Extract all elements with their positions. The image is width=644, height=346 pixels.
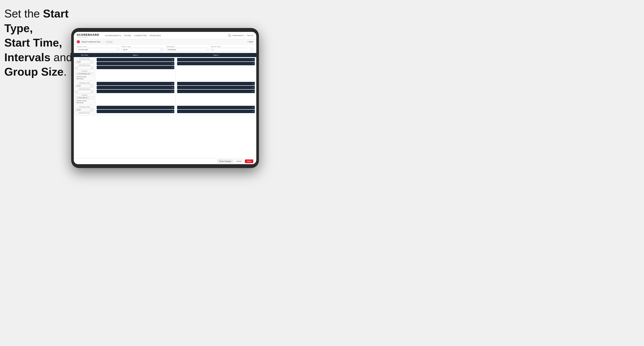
player-expand-icon-2-1[interactable]: ⊕ [253,59,254,61]
player-expand-icon-4-1[interactable]: ⊕ [253,83,254,84]
tee-time-col-2: STARTING TIME: 10:10 🕙 STARTING HOLE: 1 … [74,81,95,105]
sign-out-link[interactable]: Sign out [247,34,253,36]
start-type-label: Start Type [77,46,119,47]
player-expand-icon-5-2[interactable]: ⊕ [172,111,174,112]
player-expand-icon-1-1[interactable]: ⊕ [172,59,174,61]
start-time-group: Start Time 10:00 🕙 [122,46,164,51]
nav-separator: | [245,34,246,37]
player-row-4-1: ✕ ⊕ [177,82,255,85]
nav-right: blair@clippd.io | Sign out [228,34,253,37]
tee-time-col-1: STARTING TIME: 10:00 🕙 STARTING HOLE: 1 … [74,57,95,81]
group-size-label: Group Size [211,46,253,47]
remove-icon-2: ○ [76,100,76,101]
player-row-5-1: ✕ ⊕ [97,106,174,109]
tee-time-col-3: STARTING TIME: 10:20 🕙 STARTING HOLE: [74,105,95,116]
course-label-2: COURSE: [76,94,94,96]
back-link[interactable]: < Back [247,41,253,43]
player-row-3-1: ✕ ⊕ [97,82,174,85]
table-body: STARTING TIME: 10:00 🕙 STARTING HOLE: 1 … [74,57,256,158]
player-row-3-3: ✕ ⊕ [97,90,174,93]
player-expand-icon-2-2[interactable]: ⊕ [253,63,254,64]
hole-select-2[interactable]: 1 ▾ [76,90,94,94]
player-row-1-1: ✕ ⊕ [97,58,174,61]
player-row-2-1: ✕ ⊕ [177,58,255,61]
instruction-bold2: Group Size [4,65,64,78]
logo-sub: Powered by clipp'd [77,36,99,38]
course-remove-1[interactable]: ✕ [90,73,92,75]
user-email: blair@clippd.io [232,34,244,36]
hole-arrow-icon-1: ▾ [92,67,92,69]
intervals-group: Intervals 10 Minutes ▾ [166,46,209,51]
player-expand-icon-5-1[interactable]: ⊕ [172,107,174,108]
hole-select-1[interactable]: 1 ▾ [76,66,94,70]
group-actions-1: ○ Remove Group + Add Group [76,76,94,79]
cancel-button[interactable]: Cancel [234,160,244,163]
course-remove-2[interactable]: ✕ [88,97,89,98]
header-team2: Team 2 [176,53,256,57]
start-time-clock-icon: 🕙 [160,49,162,51]
player-expand-icon-4-2[interactable]: ⊕ [253,87,254,88]
player-row-1-2: ✕ ⊕ [97,62,174,65]
nav-rankings[interactable]: RANKINGS [150,34,161,37]
bottom-bar: Reset Changes Cancel Save [74,158,256,164]
start-time-select[interactable]: 10:00 🕙 [122,48,164,51]
start-time-value: 10:00 [123,49,127,51]
starting-time-input-1[interactable]: 10:00 🕙 [76,60,94,64]
group-size-select[interactable]: 3 ▾ [211,48,253,51]
breadcrumb-left: C Clippd Invitational (Mo... | Hosting [77,40,114,43]
group-size-arrow-icon: ▾ [251,49,252,51]
player-expand-icon-3-3[interactable]: ⊕ [172,91,174,92]
group-row-1: STARTING TIME: 10:00 🕙 STARTING HOLE: 1 … [74,57,256,81]
group-row-3: STARTING TIME: 10:20 🕙 STARTING HOLE: ✕ … [74,105,256,116]
start-type-select[interactable]: 1st Tee Start ▾ [77,48,119,51]
starting-time-input-3[interactable]: 10:20 🕙 [76,108,94,111]
table-header: Tee Time Team 1 Team 2 [74,53,256,57]
settings-row: Start Type 1st Tee Start ▾ Start Time 10… [74,45,256,53]
course-icon-2: 🏌 [76,97,78,98]
breadcrumb-bar: C Clippd Invitational (Mo... | Hosting <… [74,39,256,45]
course-tag-1: 🏌 (A) Peachtree GC ✕ [76,72,94,75]
start-type-value: 1st Tee Start [78,49,88,51]
time-icon-2: 🕙 [90,85,92,87]
top-nav: SCOREBOARD Powered by clipp'd TOURNAMENT… [74,32,256,39]
player-row-4-2: ✕ ⊕ [177,86,255,89]
nav-teams[interactable]: TEAMS [124,34,132,37]
logo-text: SCOREBOARD [77,33,99,36]
remove-group-btn-1[interactable]: ○ Remove Group [76,76,94,78]
player-expand-icon-4-3[interactable]: ⊕ [253,91,254,92]
remove-group-btn-2[interactable]: ○ Remove Group [76,100,94,101]
starting-hole-label-1: STARTING HOLE: [76,64,94,66]
start-time-label: Start Time [122,46,164,47]
save-button[interactable]: Save [245,160,253,163]
starting-time-label-3: STARTING TIME: [76,106,94,108]
player-row-2-2: ✕ ⊕ [177,62,255,65]
intervals-arrow-icon: ▾ [206,49,207,51]
player-expand-icon-3-2[interactable]: ⊕ [172,87,174,88]
nav-tournaments[interactable]: TOURNAMENTS [105,34,121,37]
header-team1: Team 1 [95,53,176,57]
player-row-1-3: ✕ ⊕ [97,66,174,69]
start-type-group: Start Type 1st Tee Start ▾ [77,46,119,51]
instruction-text: Set the Start Type,Start Time,Intervals … [4,6,73,79]
intervals-select[interactable]: 10 Minutes ▾ [166,48,209,51]
logo-area: SCOREBOARD Powered by clipp'd [77,33,99,38]
breadcrumb-separator: | [103,41,104,43]
player-expand-icon-6-2[interactable]: ⊕ [253,111,254,112]
time-icon-3: 🕙 [90,109,92,111]
add-group-btn-2[interactable]: + Add Group [76,102,94,103]
starting-time-input-2[interactable]: 10:10 🕙 [76,84,94,87]
player-expand-icon-6-1[interactable]: ⊕ [253,107,254,108]
add-group-btn-1[interactable]: + Add Group [76,78,94,79]
nav-committee[interactable]: COMMITTEE [134,34,147,37]
breadcrumb-tournament[interactable]: Clippd Invitational (Mo... [81,41,102,43]
tablet-screen: SCOREBOARD Powered by clipp'd TOURNAMENT… [74,32,256,164]
start-type-arrow-icon: ▾ [117,49,118,51]
header-tee-time: Tee Time [74,53,95,57]
player-expand-icon-1-2[interactable]: ⊕ [172,63,174,64]
player-expand-icon-3-1[interactable]: ⊕ [172,83,174,84]
player-expand-icon-1-3[interactable]: ⊕ [172,67,174,68]
course-name-1: (A) Peachtree GC [79,73,90,75]
reset-button[interactable]: Reset Changes [217,160,233,163]
player-row-6-1: ✕ ⊕ [177,106,255,109]
team1-col-2: ✕ ⊕ ✕ ⊕ ✕ ⊕ [95,81,176,105]
